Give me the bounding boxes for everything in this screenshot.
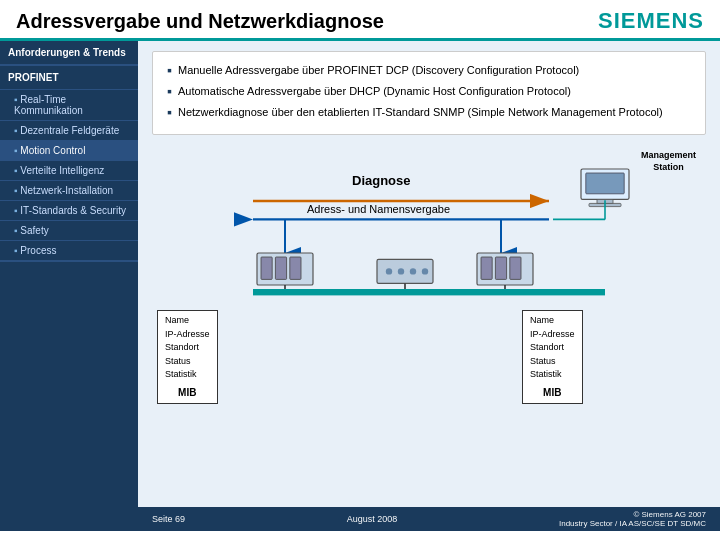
mib-box-left: Name IP-Adresse Standort Status Statisti… [157, 310, 218, 404]
sidebar-item-verteilte[interactable]: Verteilte Intelligenz [0, 161, 138, 181]
svg-rect-11 [290, 257, 301, 279]
svg-rect-20 [481, 257, 492, 279]
bullet-1: ▪ Manuelle Adressvergabe über PROFINET D… [167, 62, 691, 79]
header: Adressvergabe und Netzwerkdiagnose SIEME… [0, 0, 720, 41]
diagram-svg [152, 165, 706, 325]
sidebar-item-safety[interactable]: Safety [0, 221, 138, 241]
footer-industry: Industry Sector / IA AS/SC/SE DT SD/MC [559, 519, 706, 528]
siemens-logo: SIEMENS [598, 8, 704, 34]
svg-rect-21 [495, 257, 506, 279]
bullets-section: ▪ Manuelle Adressvergabe über PROFINET D… [152, 51, 706, 135]
sidebar-item-motion[interactable]: Motion Control [0, 141, 138, 161]
main-layout: Anforderungen & Trends PROFINET Real-Tim… [0, 41, 720, 531]
page-title: Adressvergabe und Netzwerkdiagnose [16, 10, 384, 33]
mib-right-label: MIB [530, 385, 575, 400]
mib-right-line5: Statistik [530, 368, 575, 382]
footer-copyright: © Siemens AG 2007 [559, 510, 706, 519]
footer-page: Seite 69 [152, 514, 185, 524]
footer-date: August 2008 [347, 514, 398, 524]
sidebar-section-header-profinet[interactable]: PROFINET [0, 66, 138, 90]
sidebar: Anforderungen & Trends PROFINET Real-Tim… [0, 41, 138, 531]
bullet-text-2: Automatische Adressvergabe über DHCP (Dy… [178, 83, 571, 100]
svg-rect-27 [589, 204, 621, 207]
mib-left-line4: Status [165, 355, 210, 369]
svg-rect-26 [597, 200, 613, 204]
sidebar-item-real-time[interactable]: Real-Time Kommunikation [0, 90, 138, 121]
mib-left-line1: Name [165, 314, 210, 328]
bullet-2: ▪ Automatische Adressvergabe über DHCP (… [167, 83, 691, 100]
bullet-text-1: Manuelle Adressvergabe über PROFINET DCP… [178, 62, 579, 79]
sidebar-section-header-anforderungen[interactable]: Anforderungen & Trends [0, 41, 138, 65]
svg-rect-7 [253, 289, 605, 295]
mib-left-label: MIB [165, 385, 210, 400]
mib-right-line4: Status [530, 355, 575, 369]
network-diagram: Diagnose Adress- und Namensvergabe Manag… [152, 145, 706, 405]
svg-rect-22 [510, 257, 521, 279]
mib-right-line1: Name [530, 314, 575, 328]
mib-left-line3: Standort [165, 341, 210, 355]
mib-right-line2: IP-Adresse [530, 328, 575, 342]
footer-right: © Siemens AG 2007 Industry Sector / IA A… [559, 510, 706, 528]
svg-rect-8 [257, 253, 313, 285]
mib-left-line5: Statistik [165, 368, 210, 382]
svg-rect-24 [581, 169, 629, 199]
svg-rect-10 [275, 257, 286, 279]
footer: Seite 69 August 2008 © Siemens AG 2007 I… [138, 507, 720, 531]
mib-right-line3: Standort [530, 341, 575, 355]
sidebar-section-profinet: PROFINET Real-Time Kommunikation Dezentr… [0, 66, 138, 262]
bullet-3: ▪ Netzwerkdiagnose über den etablierten … [167, 104, 691, 121]
bullet-mark-3: ▪ [167, 104, 172, 121]
svg-rect-9 [261, 257, 272, 279]
svg-rect-19 [477, 253, 533, 285]
sidebar-item-netzwerk[interactable]: Netzwerk-Installation [0, 181, 138, 201]
content-area: ▪ Manuelle Adressvergabe über PROFINET D… [138, 41, 720, 531]
svg-point-17 [422, 269, 428, 275]
bullet-text-3: Netzwerkdiagnose über den etablierten IT… [178, 104, 663, 121]
sidebar-item-it-standards[interactable]: IT-Standards & Security [0, 201, 138, 221]
svg-point-15 [398, 269, 404, 275]
svg-point-16 [410, 269, 416, 275]
mib-box-right: Name IP-Adresse Standort Status Statisti… [522, 310, 583, 404]
diagnose-label: Diagnose [352, 173, 411, 188]
mib-left-line2: IP-Adresse [165, 328, 210, 342]
mgmt-station-label: ManagementStation [641, 150, 696, 173]
bullet-mark-1: ▪ [167, 62, 172, 79]
sidebar-item-process[interactable]: Process [0, 241, 138, 261]
svg-rect-25 [586, 173, 624, 194]
bullet-mark-2: ▪ [167, 83, 172, 100]
sidebar-item-dezentrale[interactable]: Dezentrale Feldgeräte [0, 121, 138, 141]
sidebar-section-anforderungen: Anforderungen & Trends [0, 41, 138, 66]
svg-rect-13 [377, 260, 433, 284]
svg-point-14 [386, 269, 392, 275]
adress-label: Adress- und Namensvergabe [307, 203, 450, 215]
